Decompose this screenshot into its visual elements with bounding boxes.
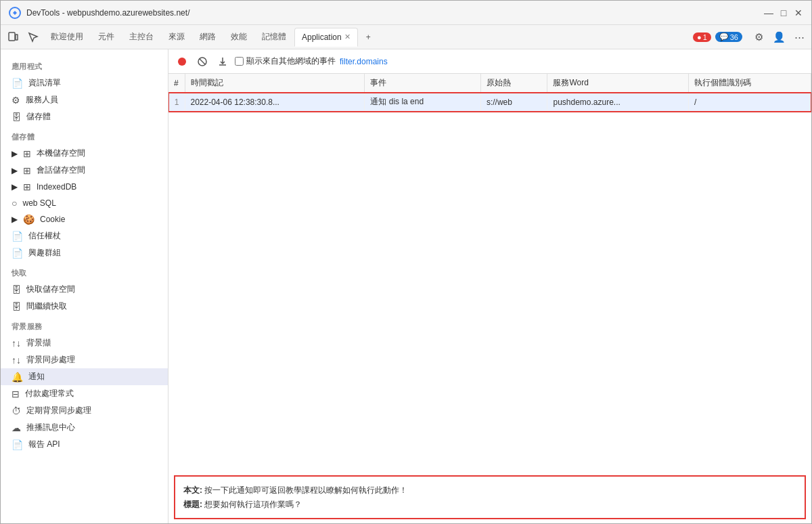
interest-icon: 📄 [12, 248, 23, 259]
tab-console[interactable]: 主控台 [122, 28, 160, 47]
titlebar: DevTools - webpushdemo.azurewebsites.net… [1, 1, 811, 25]
tab-add[interactable]: + [359, 28, 378, 47]
svg-point-3 [178, 58, 186, 66]
sidebar-item-label: 背景擷 [26, 337, 51, 349]
svg-rect-2 [16, 35, 18, 40]
sidebar: 應用程式 📄 資訊清單 ⚙ 服務人員 🗄 儲存體 儲存體 ▶ ⊞ 本機儲存空間 … [1, 49, 168, 524]
cell-service-worker: pushdemo.azure... [547, 93, 689, 112]
sidebar-item-label: 通知 [28, 371, 45, 383]
payment-icon: ⊟ [12, 389, 20, 399]
more-options-button[interactable]: ⋯ [790, 28, 809, 47]
tab-welcome[interactable]: 歡迎使用 [44, 28, 90, 47]
device-toggle-button[interactable] [3, 28, 22, 47]
sidebar-item-label: 快取儲存空間 [26, 284, 75, 295]
sidebar-item-label: 本機儲存空間 [37, 148, 85, 159]
svg-line-5 [200, 59, 205, 64]
sidebar-item-local-storage[interactable]: ▶ ⊞ 本機儲存空間 [1, 145, 168, 162]
window-controls[interactable]: — □ ✕ [764, 8, 803, 18]
sidebar-item-manifest[interactable]: 📄 資訊清單 [1, 74, 168, 91]
sidebar-item-periodic-sync[interactable]: ⏱ 定期背景同步處理 [1, 402, 168, 419]
expand-icon: ▶ [12, 182, 18, 192]
account-button[interactable]: 👤 [769, 28, 788, 47]
expand-icon: ▶ [12, 166, 18, 175]
trust-icon: 📄 [12, 231, 23, 242]
sidebar-item-cache-storage[interactable]: 🗄 快取儲存空間 [1, 281, 168, 298]
title-value: 想要如何執行這項作業嗎？ [204, 500, 302, 509]
back-forward-icon: 🗄 [12, 301, 21, 312]
sidebar-item-label: 資訊清單 [28, 77, 61, 89]
record-button[interactable] [174, 53, 190, 70]
indexeddb-icon: ⊞ [23, 181, 31, 192]
report-api-icon: 📄 [12, 439, 23, 450]
sidebar-item-notifications[interactable]: 🔔 通知 [1, 368, 168, 385]
sidebar-item-label: 興趣群組 [28, 247, 61, 259]
body-label: 本文: [183, 485, 202, 495]
sidebar-item-back-forward[interactable]: 🗄 間繼續快取 [1, 298, 168, 315]
sidebar-item-label: 會話儲存空間 [37, 165, 85, 176]
warnings-badge[interactable]: 💬 36 [715, 32, 742, 42]
cell-num: 1 [168, 93, 185, 112]
detail-title-line: 標題: 想要如何執行這項作業嗎？ [183, 498, 796, 511]
tab-sources[interactable]: 來源 [162, 28, 191, 47]
sidebar-item-payment[interactable]: ⊟ 付款處理常式 [1, 385, 168, 402]
cell-event: 通知 dis la end [365, 93, 480, 112]
periodic-sync-icon: ⏱ [12, 406, 21, 416]
col-instance-id: 執行個體識別碼 [689, 74, 811, 93]
sidebar-item-report-api[interactable]: 📄 報告 API [1, 436, 168, 453]
col-num: # [168, 74, 185, 93]
tab-network[interactable]: 網路 [193, 28, 223, 47]
detail-body-line: 本文: 按一下此通知即可返回教學課程以瞭解如何執行此動作！ [183, 483, 796, 497]
detail-panel: 本文: 按一下此通知即可返回教學課程以瞭解如何執行此動作！ 標題: 想要如何執行… [174, 475, 806, 519]
sidebar-item-indexeddb[interactable]: ▶ ⊞ IndexedDB [1, 179, 168, 195]
local-storage-icon: ⊞ [23, 148, 31, 159]
push-msg-icon: ☁ [12, 422, 21, 433]
sidebar-item-service-workers[interactable]: ⚙ 服務人員 [1, 91, 168, 108]
table-row[interactable]: 1 2022-04-06 12:38:30.8... 通知 dis la end… [168, 93, 811, 112]
sidebar-item-web-sql[interactable]: ○ web SQL [1, 195, 168, 211]
sidebar-item-cookie[interactable]: ▶ 🍪 Cookie [1, 211, 168, 227]
minimize-button[interactable]: — [764, 8, 773, 18]
web-sql-icon: ○ [12, 198, 17, 209]
tabs-bar: 歡迎使用 元件 主控台 來源 網路 效能 記憶體 Application ✕ +… [1, 25, 811, 49]
sidebar-item-label: web SQL [22, 198, 55, 208]
col-origin: 原始熱 [480, 74, 547, 93]
col-timestamp: 時間戳記 [185, 74, 365, 93]
sidebar-section-storage: 儲存體 [1, 125, 168, 145]
sidebar-item-background-sync[interactable]: ↑↓ 背景同步處理 [1, 351, 168, 368]
sidebar-section-bg-services: 背景服務 [1, 315, 168, 334]
other-domains-checkbox[interactable] [235, 57, 244, 66]
settings-button[interactable]: ⚙ [749, 28, 768, 47]
filter-domains-link[interactable]: filter.domains [340, 57, 388, 66]
devtools-logo [9, 7, 21, 19]
sidebar-item-trust[interactable]: 📄 信任權杖 [1, 227, 168, 244]
block-button[interactable] [194, 53, 210, 70]
tab-elements[interactable]: 元件 [91, 28, 121, 47]
tab-application-close[interactable]: ✕ [344, 32, 351, 41]
events-table: # 時間戳記 事件 原始熱 服務Word 執行個體識別碼 1 2022-04-0… [168, 74, 811, 112]
sidebar-item-interest[interactable]: 📄 興趣群組 [1, 244, 168, 261]
tab-performance[interactable]: 效能 [224, 28, 254, 47]
warnings-count: 36 [730, 33, 738, 41]
close-button[interactable]: ✕ [794, 8, 803, 18]
title-label: 標題: [183, 500, 202, 509]
sidebar-item-storage[interactable]: 🗄 儲存體 [1, 108, 168, 125]
sidebar-item-label: 儲存體 [26, 111, 51, 123]
session-storage-icon: ⊞ [23, 165, 31, 176]
tab-memory[interactable]: 記憶體 [255, 28, 293, 47]
sidebar-item-push-msg[interactable]: ☁ 推播訊息中心 [1, 419, 168, 436]
errors-badge[interactable]: ● 1 [693, 32, 711, 42]
download-button[interactable] [215, 53, 231, 70]
sidebar-item-background-fetch[interactable]: ↑↓ 背景擷 [1, 334, 168, 351]
manifest-icon: 📄 [12, 78, 23, 89]
sidebar-item-label: 推播訊息中心 [26, 422, 75, 433]
col-event: 事件 [365, 74, 480, 93]
tab-application[interactable]: Application ✕ [294, 28, 358, 47]
sidebar-item-label: 付款處理常式 [25, 388, 74, 399]
inspect-element-button[interactable] [24, 28, 43, 47]
other-domains-checkbox-label[interactable]: 顯示來自其他網域的事件 [235, 56, 336, 67]
maximize-button[interactable]: □ [779, 8, 788, 18]
sidebar-item-session-storage[interactable]: ▶ ⊞ 會話儲存空間 [1, 162, 168, 179]
sidebar-item-label: 間繼續快取 [26, 301, 67, 312]
sidebar-item-label: 背景同步處理 [26, 354, 75, 366]
warning-icon: 💬 [719, 32, 729, 41]
